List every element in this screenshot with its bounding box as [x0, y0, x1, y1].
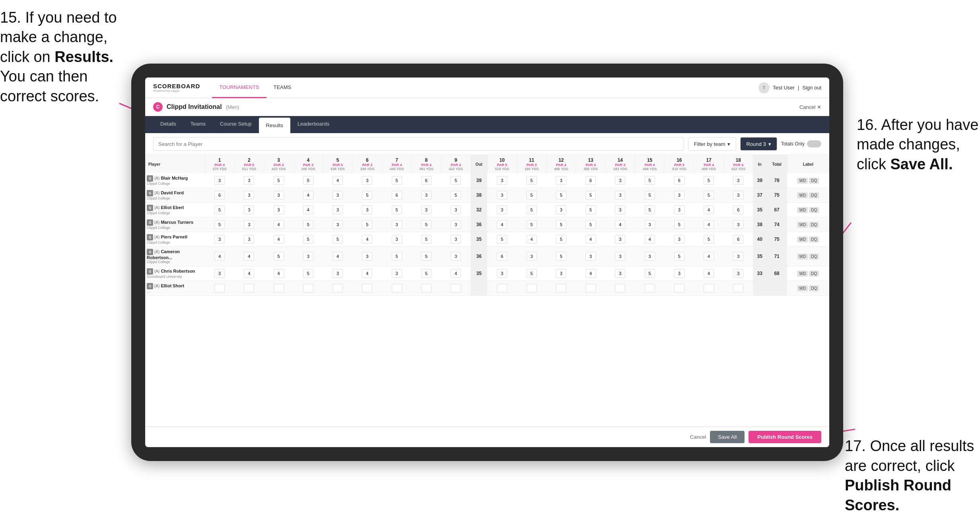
hole-3-score-input[interactable]	[274, 191, 284, 200]
hole-6-input-cell[interactable]	[352, 203, 382, 217]
hole-3-score-input[interactable]	[274, 220, 284, 229]
hole-5-score-input[interactable]	[332, 284, 343, 293]
hole-12-score-input[interactable]	[556, 252, 566, 261]
hole-6-score-input[interactable]	[362, 205, 372, 214]
hole-9-input-cell[interactable]	[441, 266, 471, 281]
hole-10-score-input[interactable]	[497, 205, 507, 214]
hole-4-score-input[interactable]	[303, 269, 313, 278]
hole-14-input-cell[interactable]	[605, 173, 635, 188]
hole-11-score-input[interactable]	[527, 252, 537, 261]
hole-10-input-cell[interactable]	[487, 173, 517, 188]
hole-3-input-cell[interactable]	[264, 188, 294, 203]
hole-16-input-cell[interactable]	[665, 266, 694, 281]
hole-14-score-input[interactable]	[615, 235, 625, 244]
hole-6-score-input[interactable]	[362, 284, 372, 293]
hole-3-input-cell[interactable]	[264, 217, 294, 232]
hole-9-input-cell[interactable]	[441, 247, 471, 266]
hole-7-score-input[interactable]	[392, 252, 402, 261]
hole-17-input-cell[interactable]	[694, 232, 723, 247]
hole-17-score-input[interactable]	[704, 235, 714, 244]
hole-5-score-input[interactable]	[332, 235, 343, 244]
hole-6-input-cell[interactable]	[352, 247, 382, 266]
save-all-button[interactable]: Save All	[710, 431, 745, 443]
hole-5-input-cell[interactable]	[323, 173, 352, 188]
hole-10-input-cell[interactable]	[487, 247, 517, 266]
hole-4-score-input[interactable]	[303, 205, 313, 214]
hole-7-score-input[interactable]	[392, 176, 402, 185]
hole-7-input-cell[interactable]	[382, 217, 412, 232]
hole-12-input-cell[interactable]	[546, 247, 576, 266]
hole-12-score-input[interactable]	[556, 176, 566, 185]
hole-10-score-input[interactable]	[497, 191, 507, 200]
hole-16-score-input[interactable]	[674, 176, 684, 185]
hole-3-input-cell[interactable]	[264, 281, 294, 296]
hole-1-score-input[interactable]	[214, 191, 225, 200]
hole-1-input-cell[interactable]	[205, 266, 234, 281]
hole-6-input-cell[interactable]	[352, 188, 382, 203]
hole-16-input-cell[interactable]	[665, 188, 694, 203]
hole-17-input-cell[interactable]	[694, 173, 723, 188]
hole-3-input-cell[interactable]	[264, 266, 294, 281]
hole-6-score-input[interactable]	[362, 252, 372, 261]
wd-button[interactable]: WD	[797, 236, 808, 242]
hole-2-score-input[interactable]	[244, 220, 254, 229]
hole-18-score-input[interactable]	[733, 205, 743, 214]
hole-1-score-input[interactable]	[214, 220, 225, 229]
hole-15-score-input[interactable]	[645, 220, 655, 229]
hole-11-score-input[interactable]	[527, 176, 537, 185]
hole-12-input-cell[interactable]	[546, 232, 576, 247]
hole-18-score-input[interactable]	[733, 176, 743, 185]
hole-11-input-cell[interactable]	[517, 281, 546, 296]
hole-11-input-cell[interactable]	[517, 173, 546, 188]
hole-16-score-input[interactable]	[674, 269, 684, 278]
tab-teams[interactable]: Teams	[183, 116, 213, 133]
hole-12-input-cell[interactable]	[546, 217, 576, 232]
hole-17-score-input[interactable]	[704, 176, 714, 185]
hole-18-input-cell[interactable]	[723, 232, 753, 247]
hole-13-score-input[interactable]	[585, 176, 596, 185]
hole-7-input-cell[interactable]	[382, 173, 412, 188]
hole-10-input-cell[interactable]	[487, 281, 517, 296]
hole-14-input-cell[interactable]	[605, 188, 635, 203]
wd-button[interactable]: WD	[797, 254, 808, 260]
hole-10-score-input[interactable]	[497, 220, 507, 229]
hole-18-input-cell[interactable]	[723, 266, 753, 281]
hole-15-input-cell[interactable]	[635, 266, 664, 281]
hole-15-input-cell[interactable]	[635, 188, 664, 203]
hole-11-score-input[interactable]	[527, 235, 537, 244]
wd-button[interactable]: WD	[797, 222, 808, 228]
hole-4-input-cell[interactable]	[294, 266, 323, 281]
search-input[interactable]	[153, 137, 684, 151]
hole-14-input-cell[interactable]	[605, 247, 635, 266]
hole-8-input-cell[interactable]	[412, 281, 441, 296]
cancel-tournament-button[interactable]: Cancel ✕	[799, 104, 821, 110]
hole-17-score-input[interactable]	[704, 191, 714, 200]
hole-5-score-input[interactable]	[332, 191, 343, 200]
hole-14-score-input[interactable]	[615, 252, 625, 261]
dq-button[interactable]: DQ	[809, 271, 819, 277]
dq-button[interactable]: DQ	[809, 178, 819, 184]
hole-15-input-cell[interactable]	[635, 203, 664, 217]
hole-11-input-cell[interactable]	[517, 247, 546, 266]
hole-6-input-cell[interactable]	[352, 266, 382, 281]
hole-9-input-cell[interactable]	[441, 173, 471, 188]
hole-9-score-input[interactable]	[451, 252, 461, 261]
hole-18-score-input[interactable]	[733, 269, 743, 278]
hole-17-input-cell[interactable]	[694, 247, 723, 266]
hole-17-input-cell[interactable]	[694, 281, 723, 296]
hole-16-input-cell[interactable]	[665, 232, 694, 247]
hole-11-score-input[interactable]	[527, 269, 537, 278]
hole-6-score-input[interactable]	[362, 191, 372, 200]
hole-17-input-cell[interactable]	[694, 203, 723, 217]
hole-5-input-cell[interactable]	[323, 247, 352, 266]
hole-8-score-input[interactable]	[421, 235, 432, 244]
hole-13-score-input[interactable]	[585, 284, 596, 293]
hole-2-input-cell[interactable]	[234, 247, 264, 266]
hole-3-input-cell[interactable]	[264, 232, 294, 247]
hole-4-score-input[interactable]	[303, 176, 313, 185]
tab-course-setup[interactable]: Course Setup	[213, 116, 259, 133]
hole-9-input-cell[interactable]	[441, 188, 471, 203]
hole-8-input-cell[interactable]	[412, 266, 441, 281]
wd-button[interactable]: WD	[797, 285, 808, 291]
hole-15-input-cell[interactable]	[635, 232, 664, 247]
